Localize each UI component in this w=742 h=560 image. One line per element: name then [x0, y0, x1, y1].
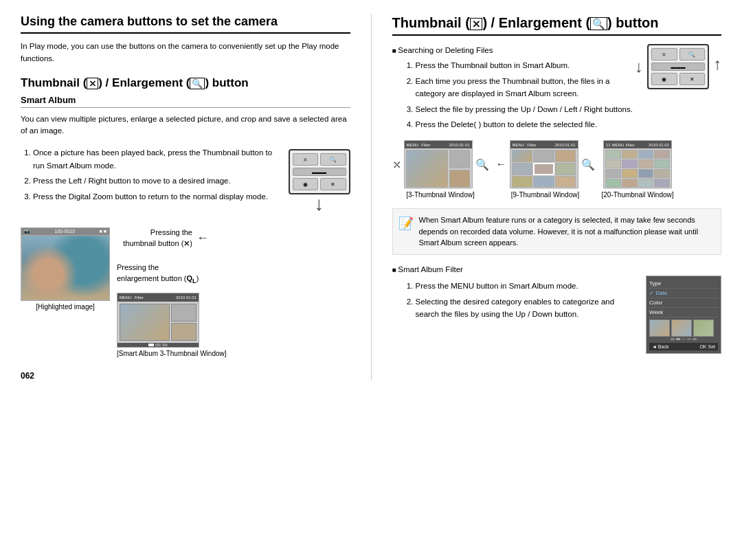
page-number: 062 — [21, 371, 350, 381]
thumbnail-arrow-row: Pressing the thumbnail button (⤬) ← — [117, 227, 209, 249]
smart-album-thumb-area: MENU Filter 2010.01.01 — [117, 293, 227, 357]
thumb-9-label: [9-Thumbnail Window] — [511, 191, 579, 199]
smart-album-filter-section: Smart Album Filter Type ✓ Date Color Wee… — [392, 263, 722, 321]
enlargement-arrow-row: Pressing the enlargement button (QL) — [117, 262, 199, 285]
left-steps-list: Once a picture has been played back, pre… — [21, 146, 280, 205]
thumbnail-windows-row: ⤬ MENUFilter2010.01.01 🔍 [3-Thumbnail W — [392, 140, 722, 199]
note-icon: 📝 — [398, 214, 414, 249]
right-step-3: Select the file by pressing the Up / Dow… — [416, 103, 722, 115]
filter-images — [649, 320, 718, 337]
left-step-3: Press the Digital Zoom button to return … — [33, 190, 280, 203]
cam-cell-tl: ⤬ — [293, 153, 319, 166]
right-camera-widget: ↓ ⤬ 🔍 ▬▬▬ ◉ ✕ ↓ — [635, 44, 721, 89]
highlighted-image-label: [Highlighted image] — [21, 303, 110, 311]
note-box: 📝 When Smart Album feature runs or a cat… — [392, 208, 722, 255]
cam-cell-tr: 🔍 — [320, 153, 346, 166]
filter-date: ✓ Date — [649, 289, 718, 298]
left-section-title: Thumbnail (⤬) / Enlargement (🔍) button — [21, 76, 350, 91]
note-text: When Smart Album feature runs or a categ… — [419, 214, 716, 249]
left-step-1: Once a picture has been played back, pre… — [33, 146, 280, 172]
left-column: Using the camera buttons to set the came… — [21, 14, 350, 381]
left-step-2: Press the Left / Right button to move to… — [33, 175, 280, 187]
pressing-thumbnail-label: Pressing the thumbnail button (⤬) — [123, 228, 192, 247]
main-title: Using the camera buttons to set the came… — [21, 14, 350, 34]
filter-color: Color — [649, 298, 718, 308]
thumb-window-20: 11MENUFilter2010.01.01 — [602, 140, 674, 199]
pressing-enlargement-label: Pressing the enlargement button (QL) — [117, 263, 199, 282]
cam-cell-wide: ▬▬▬ — [293, 168, 346, 176]
highlighted-image — [21, 235, 110, 300]
down-arrow-icon: ↓ — [315, 194, 324, 214]
left-arrow-icon: ← — [196, 231, 209, 245]
camera-status-bar: 📷 100-0010 ■ ■ — [21, 228, 109, 235]
intro-text: In Play mode, you can use the buttons on… — [21, 41, 350, 65]
cam-cell-bl: ◉ — [293, 178, 319, 190]
smart-album-label: Smart Album — [21, 95, 350, 108]
thumb-window-3: ⤬ MENUFilter2010.01.01 🔍 [3-Thumbnail W — [392, 140, 489, 199]
smart-album-desc: You can view multiple pictures, enlarge … — [21, 113, 350, 137]
image-demo-section: 📷 100-0010 ■ ■ [Highlighted image] Press… — [21, 227, 350, 357]
right-title: Thumbnail (⤬) / Enlargement (🔍) button — [392, 14, 722, 36]
filter-demo: Type ✓ Date Color Week — [646, 276, 721, 354]
cam-cell-br: ✕ — [320, 178, 346, 190]
arrows-labels-area: Pressing the thumbnail button (⤬) ← Pres… — [117, 227, 350, 357]
filter-label: Smart Album Filter — [392, 263, 722, 276]
thumb-3-label: [3-Thumbnail Window] — [406, 191, 474, 199]
camera-button-widget: ⤬ 🔍 ▬▬▬ ◉ ✕ — [289, 149, 350, 194]
right-step-4: Press the Delete( ) button to delete the… — [416, 118, 722, 131]
thumb-window-9: ← MENUFilter2010.01.01 — [496, 140, 595, 199]
thumb-20-label: [20-Thumbnail Window] — [602, 191, 674, 199]
filter-week: Week — [649, 308, 718, 317]
smart-album-window-label: [Smart Album 3-Thumbnail Window] — [117, 350, 227, 357]
highlighted-image-box: 📷 100-0010 ■ ■ [Highlighted image] — [21, 227, 110, 311]
filter-type: Type — [649, 279, 718, 289]
right-column: Thumbnail (⤬) / Enlargement (🔍) button ↓… — [371, 14, 722, 381]
filter-nav-bar: ◄ Back OK Set — [649, 343, 718, 350]
